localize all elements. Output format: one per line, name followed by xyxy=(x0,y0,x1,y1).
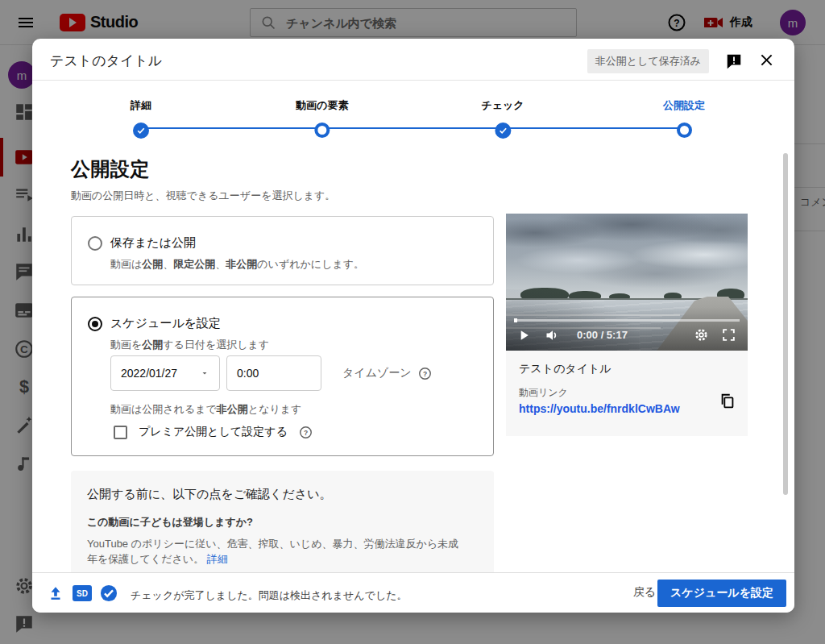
sd-quality-badge: SD xyxy=(73,585,92,601)
premiere-checkbox[interactable] xyxy=(114,426,127,439)
page-title: 公開設定 xyxy=(71,156,494,182)
video-link-label: 動画リンク xyxy=(519,386,735,400)
video-info-panel: テストのタイトル 動画リンク https://youtu.be/fnrdklCw… xyxy=(506,351,748,436)
dialog-header: テストのタイトル 非公開として保存済み xyxy=(32,39,794,81)
step-checks[interactable]: チェック xyxy=(481,98,524,139)
player-controls: 0:00 / 5:17 xyxy=(506,326,748,347)
timezone-label: タイムゾーン ? xyxy=(342,366,432,380)
schedule-submit-button[interactable]: スケジュールを設定 xyxy=(657,580,786,607)
step-done-check-icon xyxy=(495,123,511,139)
help-circle-icon[interactable]: ? xyxy=(299,426,313,439)
checklist-body: YouTube のポリシーに従い、危害、搾取、いじめ、暴力、労働法違反から未成年… xyxy=(87,536,466,567)
volume-icon[interactable] xyxy=(545,327,561,343)
details-link[interactable]: 詳細 xyxy=(207,553,228,565)
player-progress-bar[interactable] xyxy=(514,319,740,322)
upload-icon xyxy=(47,584,64,602)
dialog-title: テストのタイトル xyxy=(50,52,162,70)
step-details[interactable]: 詳細 xyxy=(131,98,151,139)
saved-status-badge: 非公開として保存済み xyxy=(587,49,709,73)
radio-schedule[interactable] xyxy=(88,317,102,331)
copy-icon[interactable] xyxy=(719,393,736,410)
radio-save-or-publish[interactable] xyxy=(88,236,102,251)
play-icon[interactable] xyxy=(516,327,532,343)
premiere-label: プレミア公開として設定する xyxy=(139,425,288,439)
step-done-check-icon xyxy=(133,123,149,139)
step-circle-icon xyxy=(677,123,692,138)
back-button[interactable]: 戻る xyxy=(633,585,656,600)
checks-status-text: チェックが完了しました。問題は検出されませんでした。 xyxy=(131,588,407,603)
player-time: 0:00 / 5:17 xyxy=(577,329,628,341)
video-url-link[interactable]: https://youtu.be/fnrdklCwBAw xyxy=(519,402,735,415)
option-schedule[interactable]: スケジュールを設定 動画を公開する日付を選択します 2022/01/27 0:0… xyxy=(71,297,494,456)
checklist-title: 公開する前に、以下の点をご確認ください。 xyxy=(87,487,478,502)
check-circle-icon xyxy=(100,584,118,602)
feedback-icon[interactable] xyxy=(725,52,743,70)
option-save-or-publish[interactable]: 保存または公開 動画は公開、限定公開、非公開のいずれかにします。 xyxy=(71,216,494,285)
dialog-body: 公開設定 動画の公開日時と、視聴できるユーザーを選択します。 保存または公開 動… xyxy=(32,145,794,572)
svg-text:?: ? xyxy=(304,428,308,436)
stepper-line xyxy=(141,127,684,129)
date-picker[interactable]: 2022/01/27 xyxy=(110,355,220,391)
upload-dialog: テストのタイトル 非公開として保存済み 詳細 動画の要素 チェック 公開設定 xyxy=(32,39,794,613)
dialog-scrollbar[interactable] xyxy=(783,153,788,495)
caret-down-icon xyxy=(200,368,209,378)
upload-stepper: 詳細 動画の要素 チェック 公開設定 xyxy=(32,81,794,145)
option-save-description: 動画は公開、限定公開、非公開のいずれかにします。 xyxy=(110,257,364,272)
step-video-elements[interactable]: 動画の要素 xyxy=(296,98,348,138)
time-picker[interactable]: 0:00 xyxy=(226,355,321,391)
page-subtitle: 動画の公開日時と、視聴できるユーザーを選択します。 xyxy=(71,189,494,203)
step-circle-icon xyxy=(315,123,330,138)
checklist-question: この動画に子どもは登場しますか? xyxy=(87,515,478,530)
player-settings-gear-icon[interactable] xyxy=(694,327,709,343)
dialog-footer: SD チェックが完了しました。問題は検出されませんでした。 戻る スケジュールを… xyxy=(32,572,794,613)
help-circle-icon[interactable]: ? xyxy=(418,367,432,380)
step-visibility[interactable]: 公開設定 xyxy=(663,98,705,138)
close-icon[interactable] xyxy=(758,52,775,69)
pre-publish-checklist: 公開する前に、以下の点をご確認ください。 この動画に子どもは登場しますか? Yo… xyxy=(71,471,494,572)
schedule-note: 動画は公開されるまで非公開となります xyxy=(110,402,301,417)
video-title: テストのタイトル xyxy=(519,362,735,376)
video-preview-player[interactable]: 0:00 / 5:17 xyxy=(506,214,748,351)
fullscreen-icon[interactable] xyxy=(721,327,736,343)
option-schedule-description: 動画を公開する日付を選択します xyxy=(110,338,269,352)
svg-text:?: ? xyxy=(423,369,427,377)
